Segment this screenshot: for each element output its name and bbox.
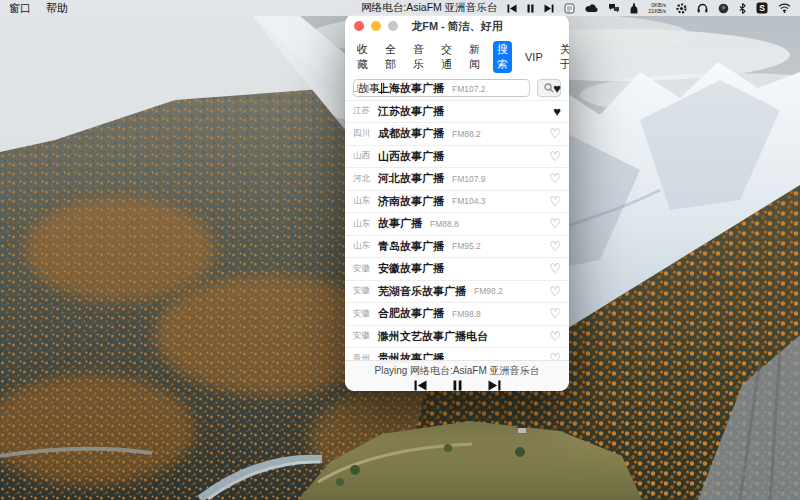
station-row[interactable]: 山东济南故事广播FM104.3♡	[345, 191, 569, 214]
pause-icon[interactable]	[527, 4, 534, 13]
station-region: 河北	[353, 173, 372, 185]
heart-outline-icon[interactable]: ♡	[549, 262, 561, 275]
traffic-lights	[354, 21, 398, 31]
station-name: 上海故事广播	[378, 81, 444, 96]
station-frequency: FM88.2	[452, 129, 481, 139]
menu-bar: 窗口 帮助 网络电台:AsiaFM 亚洲音乐台 0KB/s 21KB/s	[0, 0, 800, 16]
next-track-button[interactable]	[488, 380, 501, 391]
station-region: 四川	[353, 128, 372, 140]
heart-outline-icon[interactable]: ♡	[549, 127, 561, 140]
station-region: 安徽	[353, 285, 372, 297]
station-frequency: FM107.9	[452, 174, 486, 184]
round-hat-icon[interactable]	[718, 3, 729, 14]
station-frequency: FM107.2	[452, 84, 486, 94]
station-list: 上海上海故事广播FM107.2♥江苏江苏故事广播♥四川成都故事广播FM88.2♡…	[345, 78, 569, 391]
station-region: 山东	[353, 195, 372, 207]
heart-outline-icon[interactable]: ♡	[549, 307, 561, 320]
s-badge-icon[interactable]: S	[756, 2, 768, 14]
station-region: 山东	[353, 218, 372, 230]
station-row[interactable]: 安徽安徽故事广播♡	[345, 258, 569, 281]
app-window: 龙FM - 简洁、好用 收藏全部音乐交通新闻搜索VIP关于 故事 上海上海故事广…	[345, 14, 569, 391]
station-name: 故事广播	[378, 216, 422, 231]
station-region: 安徽	[353, 308, 372, 320]
window-title: 龙FM - 简洁、好用	[411, 19, 503, 34]
station-frequency: FM98.8	[452, 309, 481, 319]
cloud-icon[interactable]	[585, 4, 598, 13]
station-region: 山西	[353, 150, 372, 162]
heart-filled-icon[interactable]: ♥	[553, 105, 561, 118]
tab-搜索[interactable]: 搜索	[493, 41, 512, 73]
station-frequency: FM104.3	[452, 196, 486, 206]
station-row[interactable]: 安徽芜湖音乐故事广播FM98.2♡	[345, 281, 569, 304]
station-frequency: FM95.2	[452, 241, 481, 251]
station-region: 山东	[353, 240, 372, 252]
station-row[interactable]: 江苏江苏故事广播♥	[345, 101, 569, 124]
network-speed-indicator[interactable]: 0KB/s 21KB/s	[648, 2, 666, 14]
menu-bar-menus: 窗口 帮助	[0, 1, 68, 16]
station-name: 济南故事广播	[378, 194, 444, 209]
station-name: 成都故事广播	[378, 126, 444, 141]
station-row[interactable]: 安徽合肥故事广播FM98.8♡	[345, 303, 569, 326]
station-row[interactable]: 山东故事广播FM88.8♡	[345, 213, 569, 236]
station-row[interactable]: 上海上海故事广播FM107.2♥	[345, 78, 569, 101]
close-button[interactable]	[354, 21, 364, 31]
heart-outline-icon[interactable]: ♡	[549, 330, 561, 343]
player-controls	[345, 380, 569, 391]
title-bar[interactable]: 龙FM - 简洁、好用	[345, 14, 569, 38]
station-name: 青岛故事广播	[378, 239, 444, 254]
station-name: 安徽故事广播	[378, 261, 444, 276]
clipboard-icon[interactable]	[564, 3, 575, 14]
station-region: 江苏	[353, 105, 372, 117]
chat-bubbles-icon[interactable]	[608, 3, 620, 13]
heart-outline-icon[interactable]: ♡	[549, 195, 561, 208]
heart-outline-icon[interactable]: ♡	[549, 285, 561, 298]
station-name: 芜湖音乐故事广播	[378, 284, 466, 299]
station-name: 河北故事广播	[378, 171, 444, 186]
previous-track-button[interactable]	[414, 380, 427, 391]
tab-收藏[interactable]: 收藏	[353, 41, 372, 73]
tab-新闻[interactable]: 新闻	[465, 41, 484, 73]
heart-outline-icon[interactable]: ♡	[549, 172, 561, 185]
station-region: 安徽	[353, 263, 372, 275]
tab-音乐[interactable]: 音乐	[409, 41, 428, 73]
previous-track-icon[interactable]	[507, 4, 517, 13]
player-bar: Playing 网络电台:AsiaFM 亚洲音乐台	[345, 360, 569, 391]
station-row[interactable]: 河北河北故事广播FM107.9♡	[345, 168, 569, 191]
menu-item-window[interactable]: 窗口	[9, 1, 31, 16]
bottle-icon[interactable]	[630, 3, 638, 14]
tab-全部[interactable]: 全部	[381, 41, 400, 73]
player-status-text: Playing 网络电台:AsiaFM 亚洲音乐台	[345, 364, 569, 378]
station-frequency: FM88.8	[430, 219, 459, 229]
station-row[interactable]: 四川成都故事广播FM88.2♡	[345, 123, 569, 146]
heart-outline-icon[interactable]: ♡	[549, 240, 561, 253]
headphones-icon[interactable]	[697, 3, 708, 13]
station-region: 上海	[353, 83, 372, 95]
menu-bar-status-area: 网络电台:AsiaFM 亚洲音乐台 0KB/s 21KB/s	[361, 1, 800, 15]
tab-交通[interactable]: 交通	[437, 41, 456, 73]
station-row[interactable]: 山西山西故事广播♡	[345, 146, 569, 169]
station-name: 滁州文艺故事广播电台	[378, 329, 488, 344]
next-track-icon[interactable]	[544, 4, 554, 13]
minimize-button[interactable]	[371, 21, 381, 31]
now-playing-status[interactable]: 网络电台:AsiaFM 亚洲音乐台	[361, 1, 497, 15]
station-name: 山西故事广播	[378, 149, 444, 164]
heart-filled-icon[interactable]: ♥	[553, 82, 561, 95]
network-speed-down: 21KB/s	[648, 9, 666, 15]
heart-outline-icon[interactable]: ♡	[549, 150, 561, 163]
menu-item-help[interactable]: 帮助	[46, 1, 68, 16]
heart-outline-icon[interactable]: ♡	[549, 217, 561, 230]
zoom-button[interactable]	[388, 21, 398, 31]
svg-text:S: S	[759, 3, 765, 13]
tab-bar: 收藏全部音乐交通新闻搜索VIP关于	[345, 38, 569, 77]
station-row[interactable]: 山东青岛故事广播FM95.2♡	[345, 236, 569, 259]
station-name: 江苏故事广播	[378, 104, 444, 119]
tab-关于[interactable]: 关于	[556, 41, 569, 73]
station-row[interactable]: 安徽滁州文艺故事广播电台♡	[345, 326, 569, 349]
tab-VIP[interactable]: VIP	[521, 50, 547, 64]
wifi-icon[interactable]	[778, 3, 791, 13]
pause-button[interactable]	[453, 380, 462, 391]
gear-icon[interactable]	[676, 3, 687, 14]
station-region: 安徽	[353, 330, 372, 342]
bluetooth-icon[interactable]	[739, 3, 746, 14]
station-frequency: FM98.2	[474, 286, 503, 296]
